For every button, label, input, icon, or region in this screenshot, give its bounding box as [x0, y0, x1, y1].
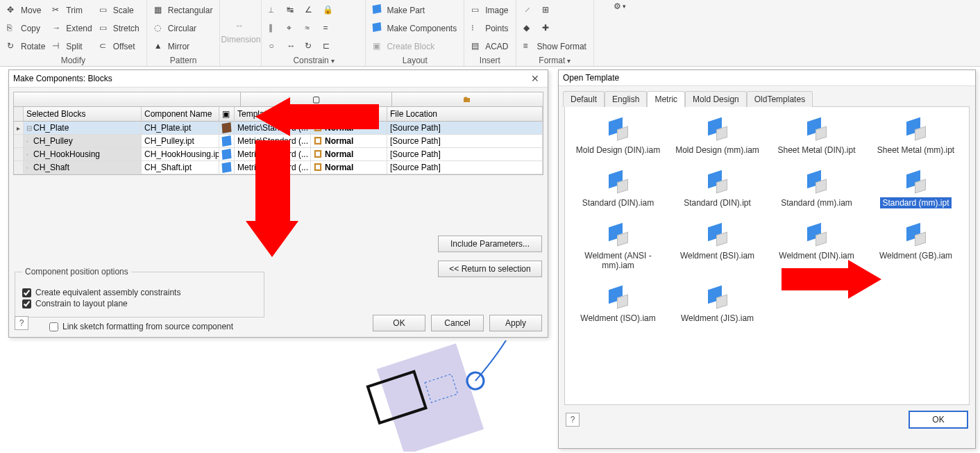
panel-layout: Make Part Make Components ▣Create Block … [366, 0, 464, 66]
btn-trim[interactable]: ✂Trim [49, 1, 94, 19]
tab-mold-design[interactable]: Mold Design [685, 91, 747, 107]
panel-pattern: ▦Rectangular ◌Circular ▲Mirror Pattern [147, 0, 221, 66]
template-tabs: DefaultEnglishMetricMold DesignOldTempla… [559, 86, 975, 106]
panel-label-constrain[interactable]: Constrain [266, 56, 361, 68]
folder-arrow-icon: 🖿 [463, 94, 471, 104]
image-icon: ▭ [471, 5, 482, 16]
btn-include-parameters[interactable]: Include Parameters... [438, 236, 542, 252]
constrain-d2[interactable]: = [320, 19, 337, 38]
btn-extend[interactable]: →Extend [49, 19, 94, 38]
close-button[interactable]: ✕ [527, 73, 543, 84]
constrain-a1[interactable]: ⟂ [266, 1, 282, 19]
btn-ok-template[interactable]: OK [909, 411, 968, 429]
constrain-a2[interactable]: ∥ [266, 19, 282, 38]
btn-acad[interactable]: ▤ACAD [468, 38, 511, 56]
template-item[interactable]: Weldment (ANSI - mm).iam [571, 222, 666, 274]
template-item[interactable]: Sheet Metal (DIN).ipt [769, 117, 864, 158]
circ-pattern-icon: ◌ [154, 23, 165, 34]
panel-modify: ✥Move ⎘Copy ↻Rotate ✂Trim →Extend ⊣Split… [0, 0, 147, 66]
tab-default[interactable]: Default [563, 91, 605, 107]
constrain-c3[interactable]: ↻ [302, 38, 319, 56]
panel-format: ⟋ ⊞ ◆ ✚ ≡Show Format Format [516, 0, 594, 66]
canvas-sketch [347, 340, 555, 452]
tab-english[interactable]: English [605, 91, 647, 107]
template-item[interactable]: Weldment (ISO).iam [571, 285, 666, 327]
tab-oldtemplates[interactable]: OldTemplates [747, 91, 813, 107]
template-file-icon [606, 172, 631, 193]
btn-mirror[interactable]: ▲Mirror [151, 38, 216, 56]
panel-label-insert: Insert [468, 56, 511, 68]
btn-cancel[interactable]: Cancel [431, 315, 484, 331]
template-item[interactable]: Weldment (JIS).iam [670, 285, 765, 327]
btn-move[interactable]: ✥Move [4, 1, 48, 19]
template-item[interactable]: Standard (DIN).iam [571, 170, 666, 211]
constrain-d1[interactable]: 🔒 [320, 1, 337, 19]
template-file-icon [606, 288, 631, 308]
btn-circular[interactable]: ◌Circular [151, 19, 216, 38]
btn-stretch[interactable]: ▭Stretch [96, 19, 142, 38]
template-item[interactable]: Standard (mm).iam [769, 170, 864, 211]
btn-points[interactable]: ⁝Points [468, 19, 511, 38]
btn-image[interactable]: ▭Image [468, 1, 511, 19]
btn-make-part[interactable]: Make Part [370, 1, 459, 19]
copy-icon: ⎘ [7, 23, 18, 34]
template-item[interactable]: Mold Design (DIN).iam [571, 117, 666, 158]
panel-label-format[interactable]: Format [521, 56, 589, 68]
page-icon: ▢ [312, 94, 320, 104]
help-button[interactable]: ? [15, 316, 28, 330]
template-item[interactable]: Standard (mm).ipt [868, 170, 963, 211]
template-file-icon [705, 288, 730, 308]
constrain-b2[interactable]: ⌖ [284, 19, 301, 38]
btn-offset[interactable]: ⊂Offset [96, 38, 142, 56]
panel-label-pattern: Pattern [151, 56, 216, 68]
constrain-a3[interactable]: ○ [266, 38, 282, 56]
part-icon [222, 122, 232, 133]
btn-scale[interactable]: ▭Scale [96, 1, 142, 19]
template-list: Mold Design (DIN).iamMold Design (mm).ia… [564, 106, 970, 405]
chk-equivalent-constraints[interactable]: Create equivalent assembly constraints [22, 288, 257, 297]
part-icon [222, 162, 232, 173]
template-item[interactable]: Mold Design (mm).iam [670, 117, 765, 158]
template-item[interactable]: Sheet Metal (mm).ipt [868, 117, 963, 158]
constrain-d3[interactable]: ⊏ [320, 38, 337, 56]
btn-apply[interactable]: Apply [489, 315, 542, 331]
btn-ok[interactable]: OK [373, 315, 425, 331]
show-format-icon: ≡ [523, 41, 534, 52]
btn-create-block[interactable]: ▣Create Block [370, 38, 459, 56]
constrain-b3[interactable]: ↔ [284, 38, 301, 56]
constrain-c1[interactable]: ∠ [302, 1, 319, 19]
btn-dimension[interactable]: ↔Dimension [219, 19, 264, 46]
btn-copy[interactable]: ⎘Copy [4, 19, 48, 38]
make-components-icon [373, 23, 384, 34]
tab-metric[interactable]: Metric [647, 91, 685, 107]
make-part-icon [373, 5, 384, 16]
bom-icon: 🞐 [314, 149, 322, 159]
bom-icon: 🞐 [314, 136, 322, 146]
constrain-c2[interactable]: ≈ [302, 19, 319, 38]
chk-constrain-layout[interactable]: Constrain to layout plane [22, 299, 257, 308]
dialog2-title: Open Template [563, 73, 619, 83]
template-file-icon [606, 225, 631, 246]
trim-icon: ✂ [52, 5, 63, 16]
btn-split[interactable]: ⊣Split [49, 38, 94, 56]
format-r2[interactable]: ◆ ✚ [521, 19, 589, 38]
btn-show-format[interactable]: ≡Show Format [521, 38, 589, 56]
help-button-2[interactable]: ? [566, 413, 580, 427]
format-r1[interactable]: ⟋ ⊞ [521, 1, 589, 19]
dialog-open-template: Open Template DefaultEnglishMetricMold D… [558, 69, 976, 449]
template-item[interactable]: Standard (DIN).ipt [670, 170, 765, 211]
btn-make-components[interactable]: Make Components [370, 19, 459, 38]
constrain-b1[interactable]: ↹ [284, 1, 301, 19]
btn-rotate[interactable]: ↻Rotate [4, 38, 48, 56]
rect-pattern-icon: ▦ [154, 5, 165, 16]
create-block-icon: ▣ [373, 41, 384, 52]
template-item[interactable]: Weldment (GB).iam [868, 222, 963, 274]
part-icon [222, 149, 232, 160]
gear-dropdown[interactable]: ⚙▾ [614, 1, 626, 11]
toolbar-browse-btn[interactable]: 🖿 [392, 92, 543, 106]
svg-rect-0 [377, 343, 484, 452]
offset-icon: ⊂ [99, 41, 110, 52]
template-item[interactable]: Weldment (BSI).iam [670, 222, 765, 274]
btn-rectangular[interactable]: ▦Rectangular [151, 1, 216, 19]
template-file-icon [804, 225, 829, 246]
